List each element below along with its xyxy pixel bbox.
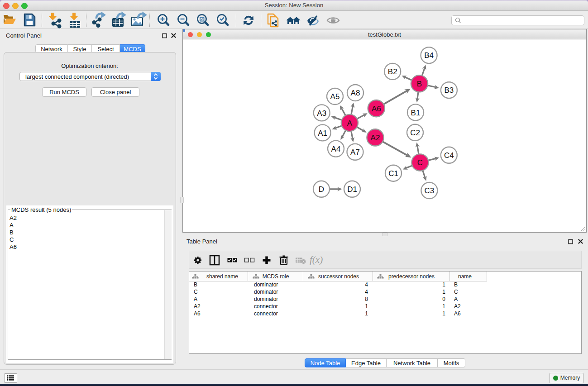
svg-text:B2: B2: [388, 67, 397, 76]
svg-text:D1: D1: [347, 185, 357, 194]
svg-text:1: 1: [365, 310, 368, 317]
svg-text:predecessor nodes: predecessor nodes: [388, 273, 435, 280]
svg-text:A5: A5: [330, 92, 340, 101]
svg-text:A6: A6: [454, 310, 461, 317]
svg-text:shared name: shared name: [206, 273, 238, 280]
svg-text:8: 8: [365, 296, 368, 302]
svg-text:B4: B4: [424, 51, 434, 60]
svg-text:B: B: [454, 281, 458, 288]
svg-text:B3: B3: [445, 86, 454, 95]
svg-text:f(x): f(x): [310, 254, 323, 265]
svg-text:1: 1: [442, 289, 445, 295]
svg-text:0: 0: [442, 296, 445, 302]
svg-text:C2: C2: [410, 129, 420, 137]
svg-text:connector: connector: [254, 310, 278, 317]
svg-text:A2: A2: [371, 133, 380, 142]
svg-text:1: 1: [442, 303, 445, 310]
svg-text:A8: A8: [351, 89, 360, 97]
svg-text:A2: A2: [194, 303, 201, 310]
svg-text:name: name: [458, 273, 472, 280]
svg-text:dominator: dominator: [254, 281, 278, 288]
svg-text:dominator: dominator: [254, 296, 278, 302]
svg-text:4: 4: [365, 281, 368, 288]
svg-text:B: B: [417, 80, 422, 88]
svg-text:successor nodes: successor nodes: [318, 273, 359, 280]
svg-text:1: 1: [442, 281, 445, 288]
svg-text:A4: A4: [331, 145, 341, 153]
svg-text:1: 1: [365, 303, 368, 310]
svg-text:B1: B1: [411, 109, 421, 117]
svg-text:A6: A6: [372, 105, 381, 113]
svg-text:4: 4: [365, 289, 368, 295]
svg-text:C: C: [454, 289, 458, 295]
svg-text:connector: connector: [254, 303, 278, 310]
svg-text:C4: C4: [444, 151, 454, 160]
svg-text:A: A: [194, 296, 197, 302]
svg-text:A6: A6: [194, 310, 201, 317]
svg-text:A: A: [347, 119, 353, 128]
svg-text:C1: C1: [388, 169, 398, 178]
svg-text:C3: C3: [425, 186, 435, 195]
svg-text:1: 1: [442, 310, 445, 317]
svg-text:C: C: [417, 158, 423, 167]
svg-text:A: A: [454, 296, 458, 302]
svg-text:MCDS role: MCDS role: [263, 273, 289, 280]
svg-text:B: B: [194, 281, 197, 288]
svg-text:A3: A3: [317, 109, 326, 118]
svg-text:C: C: [194, 289, 198, 295]
svg-text:D: D: [319, 185, 324, 194]
svg-text:A2: A2: [454, 303, 461, 310]
svg-text:A7: A7: [350, 148, 360, 157]
svg-text:dominator: dominator: [254, 289, 278, 295]
svg-text:A1: A1: [318, 129, 327, 138]
